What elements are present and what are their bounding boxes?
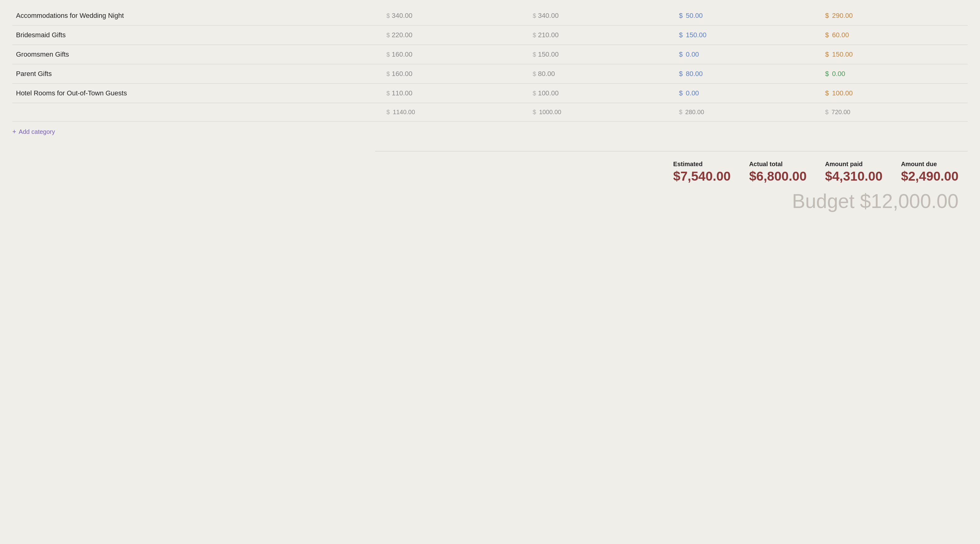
- actual-cell: $150.00: [529, 45, 675, 64]
- summary-value: $6,800.00: [749, 169, 807, 184]
- summary-label: Amount paid: [825, 161, 883, 168]
- dollar-icon: $: [387, 51, 390, 58]
- dollar-icon: $: [825, 89, 831, 97]
- estimated-cell: $220.00: [383, 26, 529, 45]
- dollar-icon: $: [679, 12, 684, 19]
- dollar-icon: $: [533, 70, 536, 77]
- plus-icon: +: [12, 128, 16, 136]
- dollar-icon: $: [533, 51, 536, 58]
- dollar-icon: $: [533, 90, 536, 97]
- due-cell: $ 60.00: [822, 26, 968, 45]
- dollar-icon: $: [533, 108, 536, 115]
- totals-estimated: $ 1140.00: [383, 103, 529, 121]
- category-name: Groomsmen Gifts: [12, 45, 383, 64]
- table-row[interactable]: Hotel Rooms for Out-of-Town Guests $110.…: [12, 84, 968, 103]
- dollar-icon: $: [679, 108, 682, 115]
- dollar-icon: $: [825, 31, 831, 39]
- paid-cell: $ 80.00: [675, 64, 821, 84]
- summary-value: $4,310.00: [825, 169, 883, 184]
- due-cell: $ 100.00: [822, 84, 968, 103]
- dollar-icon: $: [679, 31, 684, 39]
- dollar-icon: $: [825, 12, 831, 19]
- totals-due: $ 720.00: [822, 103, 968, 121]
- category-name: Hotel Rooms for Out-of-Town Guests: [12, 84, 383, 103]
- dollar-icon: $: [387, 32, 390, 38]
- dollar-icon: $: [679, 51, 684, 58]
- paid-cell: $ 0.00: [675, 45, 821, 64]
- add-category-button[interactable]: + Add category: [12, 121, 968, 145]
- table-row[interactable]: Parent Gifts $160.00 $80.00 $ 80.00 $ 0.…: [12, 64, 968, 84]
- summary-label: Actual total: [749, 161, 807, 168]
- dollar-icon: $: [533, 12, 536, 19]
- table-row[interactable]: Bridesmaid Gifts $220.00 $210.00 $ 150.0…: [12, 26, 968, 45]
- summary-divider: [375, 151, 968, 152]
- actual-cell: $340.00: [529, 9, 675, 26]
- due-cell: $ 150.00: [822, 45, 968, 64]
- table-row[interactable]: Accommodations for Wedding Night $340.00…: [12, 9, 968, 26]
- table-row[interactable]: Groomsmen Gifts $160.00 $150.00 $ 0.00 $…: [12, 45, 968, 64]
- category-name: Parent Gifts: [12, 64, 383, 84]
- budget-table: Accommodations for Wedding Night $340.00…: [12, 9, 968, 121]
- category-name: Accommodations for Wedding Night: [12, 9, 383, 26]
- totals-empty: [12, 103, 383, 121]
- dollar-icon: $: [387, 12, 390, 19]
- dollar-icon: $: [825, 70, 831, 78]
- dollar-icon: $: [679, 89, 684, 97]
- dollar-icon: $: [825, 108, 829, 115]
- dollar-icon: $: [387, 108, 390, 115]
- budget-total-section: Budget $12,000.00: [12, 190, 968, 213]
- budget-total-label: Budget $12,000.00: [792, 190, 958, 212]
- summary-label: Estimated: [673, 161, 731, 168]
- summary-value: $7,540.00: [673, 169, 731, 184]
- category-name: Bridesmaid Gifts: [12, 26, 383, 45]
- summary-item-2: Amount paid $4,310.00: [816, 161, 892, 184]
- paid-cell: $ 50.00: [675, 9, 821, 26]
- dollar-icon: $: [387, 90, 390, 97]
- summary-item-0: Estimated $7,540.00: [664, 161, 740, 184]
- summary-item-1: Actual total $6,800.00: [740, 161, 816, 184]
- actual-cell: $100.00: [529, 84, 675, 103]
- estimated-cell: $160.00: [383, 45, 529, 64]
- estimated-cell: $160.00: [383, 64, 529, 84]
- estimated-cell: $340.00: [383, 9, 529, 26]
- add-category-label: Add category: [19, 128, 55, 136]
- totals-paid: $ 280.00: [675, 103, 821, 121]
- summary-item-3: Amount due $2,490.00: [892, 161, 968, 184]
- dollar-icon: $: [387, 70, 390, 77]
- due-cell: $ 0.00: [822, 64, 968, 84]
- totals-actual: $ 1000.00: [529, 103, 675, 121]
- budget-table-wrapper: Accommodations for Wedding Night $340.00…: [12, 9, 968, 213]
- due-cell: $ 290.00: [822, 9, 968, 26]
- summary-section: Estimated $7,540.00 Actual total $6,800.…: [12, 158, 968, 184]
- summary-label: Amount due: [901, 161, 958, 168]
- actual-cell: $210.00: [529, 26, 675, 45]
- paid-cell: $ 150.00: [675, 26, 821, 45]
- totals-row: $ 1140.00 $ 1000.00 $ 280.00 $ 720.00: [12, 103, 968, 121]
- dollar-icon: $: [825, 51, 831, 58]
- estimated-cell: $110.00: [383, 84, 529, 103]
- summary-value: $2,490.00: [901, 169, 958, 184]
- paid-cell: $ 0.00: [675, 84, 821, 103]
- dollar-icon: $: [679, 70, 684, 78]
- dollar-icon: $: [533, 32, 536, 38]
- actual-cell: $80.00: [529, 64, 675, 84]
